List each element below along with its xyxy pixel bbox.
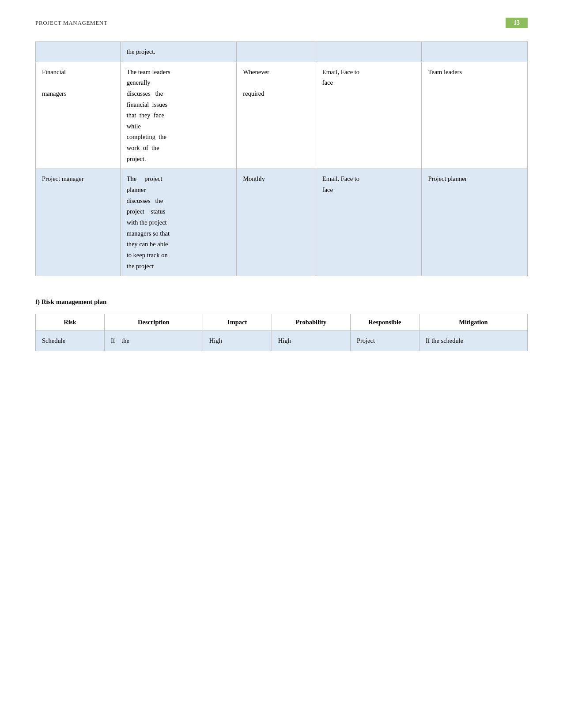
risk-table-header-row: Risk Description Impact Probability Resp… xyxy=(36,314,528,331)
page-number: 13 xyxy=(506,18,528,28)
risk-cell-probability: High xyxy=(272,331,350,351)
table-row: Financialmanagers The team leaders gener… xyxy=(36,62,528,169)
risk-col-risk: Risk xyxy=(36,314,105,331)
table-cell-freq: Monthly xyxy=(237,169,316,276)
table-row: the project. xyxy=(36,42,528,62)
risk-col-probability: Probability xyxy=(272,314,350,331)
table-cell-role: Financialmanagers xyxy=(36,62,121,169)
table-cell-method xyxy=(316,42,422,62)
table-cell-freq: Wheneverrequired xyxy=(237,62,316,169)
table-cell-freq xyxy=(237,42,316,62)
page-title: PROJECT MANAGEMENT xyxy=(35,19,108,26)
risk-cell-impact: High xyxy=(203,331,272,351)
page-header: PROJECT MANAGEMENT 13 xyxy=(35,18,528,28)
table-row: Project manager The project planner disc… xyxy=(36,169,528,276)
table-cell-method: Email, Face toface xyxy=(316,169,422,276)
risk-col-mitigation: Mitigation xyxy=(419,314,527,331)
risk-cell-description: If the xyxy=(104,331,203,351)
table-cell-responsible xyxy=(422,42,528,62)
risk-table: Risk Description Impact Probability Resp… xyxy=(35,314,528,351)
risk-cell-risk: Schedule xyxy=(36,331,105,351)
risk-cell-responsible: Project xyxy=(350,331,419,351)
risk-section-heading: f) Risk management plan xyxy=(35,298,528,306)
risk-col-responsible: Responsible xyxy=(350,314,419,331)
risk-col-impact: Impact xyxy=(203,314,272,331)
communication-table: the project. Financialmanagers The team … xyxy=(35,41,528,276)
table-cell-desc: The team leaders generally discusses the… xyxy=(120,62,237,169)
table-cell-desc: the project. xyxy=(120,42,237,62)
table-cell-role xyxy=(36,42,121,62)
table-cell-responsible: Team leaders xyxy=(422,62,528,169)
table-cell-role: Project manager xyxy=(36,169,121,276)
table-cell-responsible: Project planner xyxy=(422,169,528,276)
page: PROJECT MANAGEMENT 13 the project. Finan… xyxy=(0,0,563,728)
table-cell-desc: The project planner discusses the projec… xyxy=(120,169,237,276)
table-row: Schedule If the High High Project If the… xyxy=(36,331,528,351)
risk-cell-mitigation: If the schedule xyxy=(419,331,527,351)
table-cell-method: Email, Face toface xyxy=(316,62,422,169)
risk-col-description: Description xyxy=(104,314,203,331)
